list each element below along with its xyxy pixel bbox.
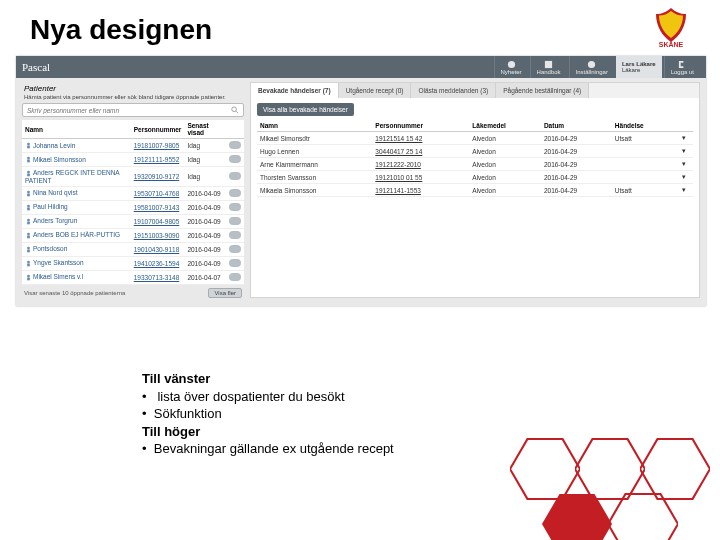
table-row[interactable]: Johanna Levin19181007-9805Idag [22,139,244,153]
event-kind: Utsatt [612,132,675,145]
patient-visited: 2016-04-07 [184,270,226,284]
patient-visited: 2016-04-09 [184,242,226,256]
table-row[interactable]: Anders Torgrun19107004-98052016-04-09 [22,214,244,228]
show-all-events-button[interactable]: Visa alla bevakade händelser [257,103,354,116]
patient-name[interactable]: Johanna Levin [22,139,131,153]
chevron-down-icon[interactable]: ▾ [675,132,693,145]
event-pnr[interactable]: 19121141-1553 [372,184,469,197]
pill-icon [229,203,241,211]
table-row[interactable]: Mikael Simonsson19121111-9552Idag [22,153,244,167]
app-title: Pascal [22,61,50,73]
event-name[interactable]: Arne Klammermann [257,158,372,171]
patient-table: Namn Personnummer Senast visad Johanna L… [22,120,244,285]
nav-logout[interactable]: Logga ut [664,56,700,78]
ecol-med[interactable]: Läkemedel [469,120,541,132]
pill-icon [229,172,241,180]
table-row[interactable]: Hugo Lennen30440417 25 14Alvedon2016-04-… [257,145,693,158]
patient-name[interactable]: Mikael Simonsson [22,153,131,167]
row-action[interactable] [226,200,244,214]
tab-bevakade[interactable]: Bevakade händelser (7) [251,83,339,98]
table-row[interactable]: Arne Klammermann19121222-2010Alvedon2016… [257,158,693,171]
event-date: 2016-04-29 [541,132,612,145]
patient-pnr[interactable]: 19330713-3148 [131,270,185,284]
nav-installningar[interactable]: Inställningar [569,56,614,78]
row-action[interactable] [226,139,244,153]
event-name[interactable]: Hugo Lennen [257,145,372,158]
table-row[interactable]: Pontsdoson19010430-91182016-04-09 [22,242,244,256]
show-more-button[interactable]: Visa fler [208,288,242,298]
ecol-name[interactable]: Namn [257,120,372,132]
row-action[interactable] [226,228,244,242]
row-action[interactable] [226,186,244,200]
event-pnr[interactable]: 30440417 25 14 [372,145,469,158]
patient-pnr[interactable]: 19107004-9805 [131,214,185,228]
col-pnr[interactable]: Personnummer [131,120,185,139]
tab-pagaende[interactable]: Pågående beställningar (4) [496,83,589,98]
patient-pnr[interactable]: 19181007-9805 [131,139,185,153]
patient-name[interactable]: Nina Nord qvist [22,186,131,200]
ecol-event[interactable]: Händelse [612,120,675,132]
patient-pnr[interactable]: 19320910-9172 [131,167,185,187]
patient-name[interactable]: Paul Hilding [22,200,131,214]
patient-search[interactable] [22,103,244,117]
chevron-down-icon[interactable]: ▾ [675,145,693,158]
patient-pnr[interactable]: 19151003-9090 [131,228,185,242]
row-action[interactable] [226,270,244,284]
chevron-down-icon[interactable]: ▾ [675,171,693,184]
event-name[interactable]: Mikaela Simonsson [257,184,372,197]
slide-title: Nya designen [0,0,720,56]
patient-name[interactable]: Mikael Simens v.l [22,270,131,284]
event-name[interactable]: Mikael Simonsdtr [257,132,372,145]
pill-icon [229,245,241,253]
svg-marker-29 [608,494,678,540]
patient-visited: Idag [184,167,226,187]
gender-icon [25,204,32,211]
table-row[interactable]: Paul Hilding19581007-91432016-04-09 [22,200,244,214]
patient-name[interactable]: Pontsdoson [22,242,131,256]
svg-point-8 [27,157,30,160]
patient-pnr[interactable]: 19121111-9552 [131,153,185,167]
pill-icon [229,273,241,281]
tab-olasta[interactable]: Olästa meddelanden (3) [411,83,496,98]
patient-pnr[interactable]: 19410236-1594 [131,256,185,270]
event-name[interactable]: Thorsten Svansson [257,171,372,184]
panel-subtext: Hämta patient via personnummer eller sök… [22,94,244,103]
table-row[interactable]: Mikael Simonsdtr19121514 15 42Alvedon201… [257,132,693,145]
svg-rect-9 [27,160,30,163]
ecol-pnr[interactable]: Personnummer [372,120,469,132]
row-action[interactable] [226,242,244,256]
table-row[interactable]: Anders REGCK INTE DENNA PATIENT19320910-… [22,167,244,187]
col-name[interactable]: Namn [22,120,131,139]
user-badge[interactable]: Lars LäkareLäkare [616,56,662,78]
patient-name[interactable]: Anders REGCK INTE DENNA PATIENT [22,167,131,187]
patient-pnr[interactable]: 19581007-9143 [131,200,185,214]
table-row[interactable]: Yngve Skantsson19410236-15942016-04-09 [22,256,244,270]
nav-nyheter[interactable]: Nyheter [494,56,528,78]
table-row[interactable]: Mikael Simens v.l19330713-31482016-04-07 [22,270,244,284]
nav-handbok[interactable]: Handbok [530,56,567,78]
table-row[interactable]: Anders BOB EJ HÄR-PUTTIG19151003-9090201… [22,228,244,242]
patient-name[interactable]: Anders Torgrun [22,214,131,228]
event-pnr[interactable]: 19121514 15 42 [372,132,469,145]
patient-name[interactable]: Anders BOB EJ HÄR-PUTTIG [22,228,131,242]
row-action[interactable] [226,153,244,167]
search-input[interactable] [27,107,231,114]
patient-pnr[interactable]: 19010430-9118 [131,242,185,256]
chevron-down-icon[interactable]: ▾ [675,158,693,171]
table-row[interactable]: Thorsten Svansson19121010 01 55Alvedon20… [257,171,693,184]
col-visited[interactable]: Senast visad [184,120,226,139]
chevron-down-icon[interactable]: ▾ [675,184,693,197]
row-action[interactable] [226,256,244,270]
table-row[interactable]: Mikaela Simonsson19121141-1553Alvedon201… [257,184,693,197]
patient-name[interactable]: Yngve Skantsson [22,256,131,270]
event-pnr[interactable]: 19121010 01 55 [372,171,469,184]
row-action[interactable] [226,167,244,187]
tab-utgaende[interactable]: Utgående recept (0) [339,83,412,98]
ecol-date[interactable]: Datum [541,120,612,132]
patient-visited: 2016-04-09 [184,200,226,214]
patient-pnr[interactable]: 19530710-4768 [131,186,185,200]
table-row[interactable]: Nina Nord qvist19530710-47682016-04-09 [22,186,244,200]
row-action[interactable] [226,214,244,228]
event-pnr[interactable]: 19121222-2010 [372,158,469,171]
bullet-heading-left: Till vänster [142,371,210,386]
